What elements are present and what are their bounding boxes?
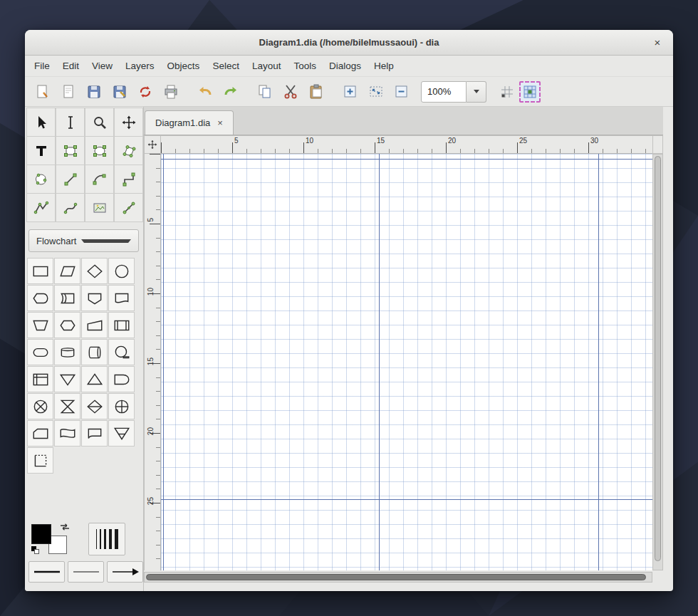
ruler-origin-button[interactable] — [144, 135, 161, 154]
document-tab[interactable]: Diagram1.dia × — [145, 110, 234, 135]
shape-off-page-connector-button[interactable] — [81, 285, 108, 311]
shape-document-button[interactable] — [108, 285, 135, 311]
shape-magnetic-disk-button[interactable] — [54, 339, 80, 365]
vertical-scrollbar-thumb[interactable] — [655, 156, 661, 561]
menu-edit[interactable]: Edit — [56, 57, 85, 75]
menu-dialogs[interactable]: Dialogs — [323, 57, 368, 75]
shape-transaction-file-button[interactable] — [54, 285, 80, 311]
polygon-tool-button[interactable] — [114, 136, 143, 165]
zoom-in-button[interactable] — [338, 80, 363, 103]
zoom-fit-button[interactable] — [364, 80, 388, 103]
magnify-tool-button[interactable] — [85, 108, 114, 137]
open-button[interactable] — [56, 80, 80, 103]
box-tool-button[interactable] — [56, 136, 85, 165]
sheet-selector[interactable]: Flowchart — [28, 229, 139, 252]
zoom-input[interactable] — [421, 81, 467, 103]
arc-tool-button[interactable] — [85, 165, 114, 194]
flowchart-parallelogram-icon — [58, 262, 77, 281]
export-button[interactable] — [133, 80, 157, 103]
shape-sort-button[interactable] — [81, 393, 108, 419]
zoom-combo — [421, 81, 486, 103]
horizontal-scrollbar[interactable] — [144, 572, 652, 583]
undo-button[interactable] — [193, 80, 217, 103]
shape-merge-button[interactable] — [54, 366, 80, 392]
line-width-selector[interactable] — [88, 523, 125, 555]
save-button[interactable] — [82, 80, 106, 103]
color-selector[interactable] — [30, 523, 71, 555]
shape-magnetic-drum-button[interactable] — [81, 339, 108, 365]
horizontal-ruler[interactable]: 5 10 15 20 25 30 — [161, 135, 652, 154]
text-tool-button[interactable] — [26, 136, 56, 165]
toggle-grid-visibility-button[interactable] — [496, 81, 518, 103]
menu-tools[interactable]: Tools — [287, 57, 323, 75]
menu-layers[interactable]: Layers — [119, 57, 161, 75]
shape-summing-junction-button[interactable] — [27, 393, 53, 419]
shape-delay-button[interactable] — [108, 366, 135, 392]
line-style-selector[interactable] — [68, 561, 104, 583]
vertical-ruler[interactable]: 5 10 15 20 25 — [144, 154, 161, 570]
shape-transmittal-tape-button[interactable] — [81, 420, 108, 447]
zigzagline-tool-button[interactable] — [114, 165, 143, 194]
modify-tool-button[interactable] — [26, 108, 56, 137]
shape-diamond-button[interactable] — [81, 258, 108, 284]
image-tool-button[interactable] — [85, 193, 114, 222]
tab-close-icon[interactable]: × — [217, 118, 223, 128]
scroll-tool-button[interactable] — [114, 108, 143, 137]
shape-predefined-process-button[interactable] — [108, 312, 135, 338]
line-width-1-icon — [96, 529, 97, 549]
shape-punched-card-button[interactable] — [27, 420, 53, 447]
bezierline-tool-button[interactable] — [56, 193, 85, 222]
page-boundary-horizontal-1 — [161, 499, 652, 500]
line-tool-button[interactable] — [56, 165, 85, 194]
vertical-scrollbar[interactable] — [652, 154, 663, 570]
copy-button[interactable] — [253, 80, 277, 103]
toggle-snap-to-grid-button[interactable] — [519, 81, 541, 103]
shape-extract-button[interactable] — [81, 366, 108, 392]
shape-internal-storage-button[interactable] — [27, 366, 53, 392]
zoom-dropdown-button[interactable] — [467, 81, 486, 103]
paste-button[interactable] — [304, 80, 328, 103]
print-button[interactable] — [159, 80, 183, 103]
menu-help[interactable]: Help — [368, 57, 400, 75]
save-as-button[interactable] — [108, 80, 132, 103]
shape-manual-operation-button[interactable] — [27, 312, 53, 338]
begin-arrow-selector[interactable] — [28, 561, 65, 583]
shape-or-button[interactable] — [108, 393, 135, 419]
redo-button[interactable] — [219, 80, 243, 103]
shape-display-button[interactable] — [27, 285, 53, 311]
shape-data-source-button[interactable] — [27, 447, 53, 474]
shape-preparation-button[interactable] — [54, 312, 80, 338]
shape-magnetic-tape-button[interactable] — [108, 339, 135, 365]
shape-box-button[interactable] — [27, 258, 53, 284]
shape-offline-storage-button[interactable] — [108, 420, 135, 447]
outline-tool-button[interactable] — [114, 193, 143, 222]
menu-objects[interactable]: Objects — [161, 57, 207, 75]
shape-terminal-button[interactable] — [27, 339, 53, 365]
menu-select[interactable]: Select — [206, 57, 246, 75]
shape-ellipse-button[interactable] — [108, 258, 135, 284]
new-diagram-button[interactable] — [31, 80, 55, 103]
shape-manual-input-button[interactable] — [81, 312, 108, 338]
foreground-color-swatch[interactable] — [31, 524, 51, 544]
polyline-tool-button[interactable] — [26, 193, 56, 222]
swap-colors-icon[interactable] — [60, 523, 70, 531]
menu-file[interactable]: File — [28, 57, 56, 75]
menu-view[interactable]: View — [85, 57, 119, 75]
beziergon-tool-button[interactable] — [26, 165, 56, 194]
cut-button[interactable] — [278, 80, 303, 103]
shape-parallelogram-button[interactable] — [54, 258, 80, 284]
zoom-out-button[interactable] — [390, 80, 414, 103]
end-arrow-selector[interactable] — [107, 561, 143, 583]
ellipse-tool-button[interactable] — [85, 136, 114, 165]
line-style-icon — [72, 568, 100, 575]
window-close-button[interactable]: × — [650, 36, 665, 50]
menu-layout[interactable]: Layout — [246, 57, 288, 75]
default-colors-icon[interactable] — [31, 546, 39, 554]
horizontal-scrollbar-thumb[interactable] — [146, 574, 646, 580]
diagram-canvas[interactable] — [161, 154, 652, 570]
shape-collate-button[interactable] — [54, 393, 80, 419]
text-edit-tool-button[interactable] — [56, 108, 85, 137]
shape-punched-tape-button[interactable] — [54, 420, 80, 447]
titlebar[interactable]: Diagram1.dia (/home/bilelmussaoui) - dia… — [25, 30, 673, 56]
copy-icon — [256, 83, 274, 100]
